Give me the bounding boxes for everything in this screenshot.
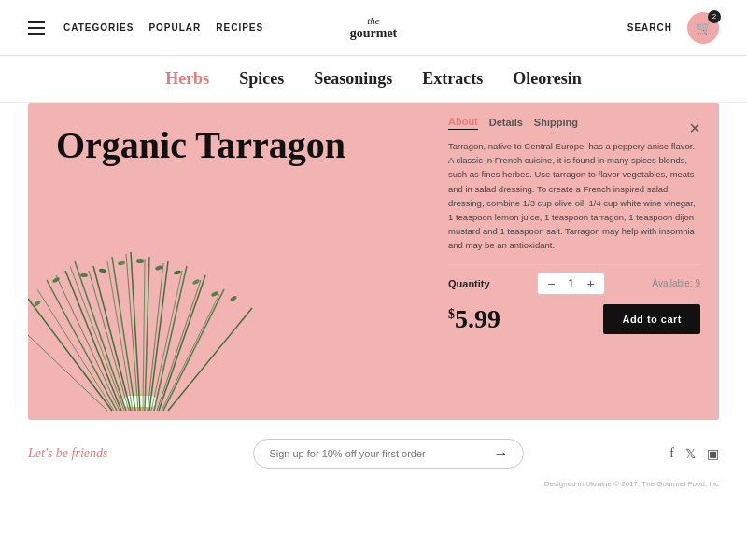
- product-title: Organic Tarragon: [56, 125, 345, 166]
- twitter-icon[interactable]: 𝕏: [685, 446, 696, 462]
- tab-details[interactable]: Details: [489, 117, 523, 130]
- product-area: Organic Tarragon ×: [28, 103, 719, 420]
- svg-line-23: [148, 263, 163, 411]
- footer: Let's be friends → f 𝕏 ▣: [0, 427, 747, 480]
- friends-text: Let's be friends: [28, 446, 107, 461]
- facebook-icon[interactable]: f: [669, 446, 674, 461]
- cat-seasonings[interactable]: Seasonings: [314, 69, 392, 89]
- svg-point-28: [99, 268, 107, 273]
- search-button[interactable]: SEARCH: [627, 22, 672, 33]
- nav-links: CATEGORIES POPULAR RECIPES: [63, 22, 263, 33]
- svg-point-29: [136, 259, 144, 263]
- svg-line-3: [47, 280, 117, 411]
- svg-line-16: [37, 289, 114, 411]
- quantity-label: Quantity: [448, 278, 490, 289]
- cart-button[interactable]: 🛒 2: [687, 12, 719, 44]
- quantity-row: Quantity − 1 + Available: 9: [448, 273, 700, 295]
- logo-gourmet: gourmet: [350, 26, 398, 40]
- svg-point-35: [155, 265, 163, 271]
- cat-herbs[interactable]: Herbs: [165, 69, 209, 89]
- price-value: 5.99: [455, 304, 500, 333]
- svg-line-5: [75, 261, 126, 411]
- social-links: f 𝕏 ▣: [669, 446, 719, 462]
- add-to-cart-button[interactable]: Add to cart: [603, 304, 700, 334]
- header-right: SEARCH 🛒 2: [627, 12, 719, 44]
- price-symbol: $: [448, 306, 455, 320]
- price-display: $5.99: [448, 304, 500, 334]
- svg-point-31: [211, 290, 219, 297]
- available-text: Available: 9: [652, 278, 700, 288]
- nav-categories[interactable]: CATEGORIES: [63, 22, 134, 33]
- quantity-control: − 1 +: [537, 273, 604, 295]
- header-left: CATEGORIES POPULAR RECIPES: [28, 21, 263, 35]
- product-info: About Details Shipping Tarragon, native …: [439, 103, 719, 420]
- svg-point-32: [34, 300, 42, 307]
- svg-point-33: [80, 273, 88, 278]
- quantity-decrease-button[interactable]: −: [547, 277, 555, 290]
- quantity-value: 1: [565, 277, 578, 290]
- herb-image: [28, 168, 402, 420]
- svg-point-34: [118, 260, 126, 265]
- cart-badge: 2: [708, 10, 721, 23]
- instagram-icon[interactable]: ▣: [707, 446, 719, 462]
- svg-point-37: [230, 295, 238, 302]
- svg-line-9: [145, 257, 149, 411]
- cat-spices[interactable]: Spices: [239, 69, 284, 89]
- tab-shipping[interactable]: Shipping: [534, 117, 578, 130]
- svg-line-22: [143, 259, 145, 411]
- copyright: Designed in Ukraine © 2017, The Gourmet …: [0, 480, 747, 494]
- svg-line-14: [168, 308, 252, 411]
- signup-input[interactable]: [269, 448, 437, 459]
- cat-oleoresin[interactable]: Oleoresin: [513, 69, 582, 89]
- cat-extracts[interactable]: Extracts: [422, 69, 483, 89]
- logo: the gourmet: [350, 15, 398, 40]
- nav-recipes[interactable]: RECIPES: [216, 22, 263, 33]
- svg-line-15: [28, 317, 107, 411]
- signup-form: →: [253, 439, 524, 469]
- signup-arrow-icon[interactable]: →: [493, 445, 508, 462]
- product-description: Tarragon, native to Central Europe, has …: [448, 139, 700, 253]
- logo-the: the: [350, 15, 398, 26]
- quantity-increase-button[interactable]: +: [587, 277, 595, 290]
- svg-point-30: [174, 270, 182, 275]
- divider: [448, 264, 700, 265]
- category-nav: Herbs Spices Seasonings Extracts Oleores…: [0, 56, 747, 103]
- nav-popular[interactable]: POPULAR: [148, 22, 201, 33]
- header: CATEGORIES POPULAR RECIPES the gourmet S…: [0, 0, 747, 56]
- product-tabs: About Details Shipping: [448, 116, 700, 130]
- svg-line-19: [89, 271, 129, 411]
- svg-line-17: [56, 275, 120, 411]
- hamburger-icon[interactable]: [28, 21, 45, 35]
- price-cart-row: $5.99 Add to cart: [448, 304, 700, 334]
- tab-about[interactable]: About: [448, 116, 478, 130]
